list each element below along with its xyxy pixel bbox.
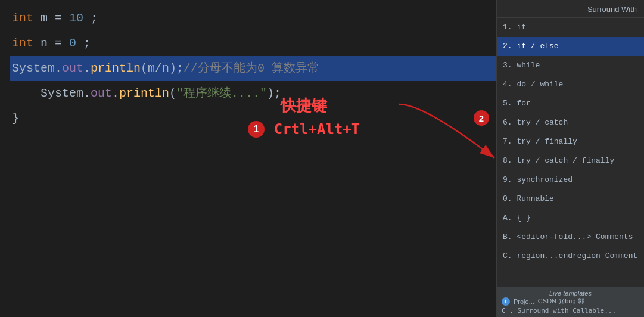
menu-item-4[interactable]: 4. do / while [497,75,644,94]
menu-item-2[interactable]: 2. if / else [497,37,644,56]
menu-item-b[interactable]: B. <editor-fold...> Comments [497,228,644,247]
panel-footer: Live templates i Proje... CSDN @bug 郭 C … [497,287,644,317]
info-icon: i [502,297,510,306]
footer-csdn-text: CSDN @bug 郭 [538,297,584,306]
code-line-2: int n = 0 ; [12,31,494,56]
footer-row-1: i Proje... CSDN @bug 郭 [502,297,639,306]
badge-2: 2 [474,110,489,126]
menu-item-0[interactable]: 0. Runnable [497,189,644,209]
shortcut-row: 1 Crtl+Alt+T [248,121,360,138]
menu-item-9[interactable]: 9. synchronized [497,170,644,189]
menu-item-6[interactable]: 6. try / catch [497,113,644,132]
menu-item-3[interactable]: 3. while [497,56,644,75]
footer-project-text: Proje... [514,298,534,305]
panel-title: Surround With [497,0,644,18]
footer-c-item: C . Surround with Callable... [502,307,639,315]
badge-1: 1 [248,121,265,138]
menu-item-5[interactable]: 5. for [497,94,644,113]
menu-item-8[interactable]: 8. try / catch / finally [497,151,644,170]
menu-item-7[interactable]: 7. try / finally [497,132,644,151]
shortcut-key: Crtl+Alt+T [274,121,360,138]
menu-item-1[interactable]: 1. if [497,18,644,37]
menu-item-c[interactable]: C. region...endregion Comment [497,247,644,266]
surround-with-panel: Surround With 1. if 2. if / else 3. whil… [496,0,644,317]
shortcut-label: 快捷键 [281,95,327,116]
code-editor: int m = 10 ; int n = 0 ; System.out.prin… [0,0,506,317]
menu-item-a[interactable]: A. { } [497,209,644,228]
code-line-3: System.out.println(m/n);//分母不能为0 算数异常 [12,56,494,81]
live-templates-label: Live templates [502,290,639,297]
annotation-area: 快捷键 1 Crtl+Alt+T [179,95,429,138]
code-line-1: int m = 10 ; [12,6,494,31]
